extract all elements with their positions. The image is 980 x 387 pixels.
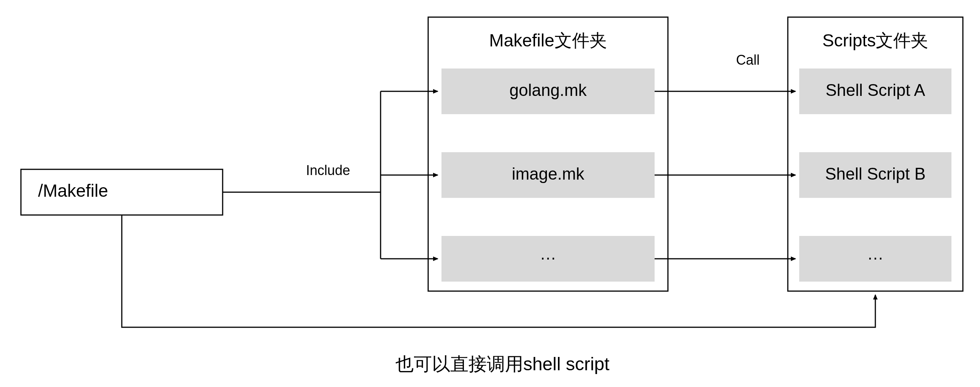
makefile-item: golang.mk <box>441 68 655 114</box>
caption-text: 也可以直接调用shell script <box>395 354 610 374</box>
scripts-item-label: … <box>867 244 884 263</box>
scripts-folder-title: Scripts文件夹 <box>822 30 929 50</box>
call-label: Call <box>736 52 760 68</box>
makefile-item-label: … <box>540 244 556 263</box>
makefile-item: image.mk <box>441 152 655 198</box>
makefile-folder-title: Makefile文件夹 <box>489 30 607 50</box>
makefile-item-label: image.mk <box>512 164 585 183</box>
scripts-folder: Scripts文件夹 Shell Script A Shell Script B… <box>788 17 963 291</box>
call-arrows: Call <box>655 52 795 259</box>
scripts-item: Shell Script A <box>799 68 951 114</box>
source-label: /Makefile <box>38 181 108 201</box>
source-box: /Makefile <box>21 169 223 215</box>
scripts-item-label: Shell Script A <box>825 81 925 99</box>
include-arrows: Include <box>223 91 438 259</box>
include-label: Include <box>306 162 350 178</box>
makefile-item-label: golang.mk <box>509 81 587 99</box>
makefile-folder: Makefile文件夹 golang.mk image.mk … <box>428 17 668 291</box>
scripts-item: … <box>799 236 951 282</box>
scripts-item: Shell Script B <box>799 152 951 198</box>
scripts-item-label: Shell Script B <box>825 164 926 183</box>
makefile-item: … <box>441 236 655 282</box>
